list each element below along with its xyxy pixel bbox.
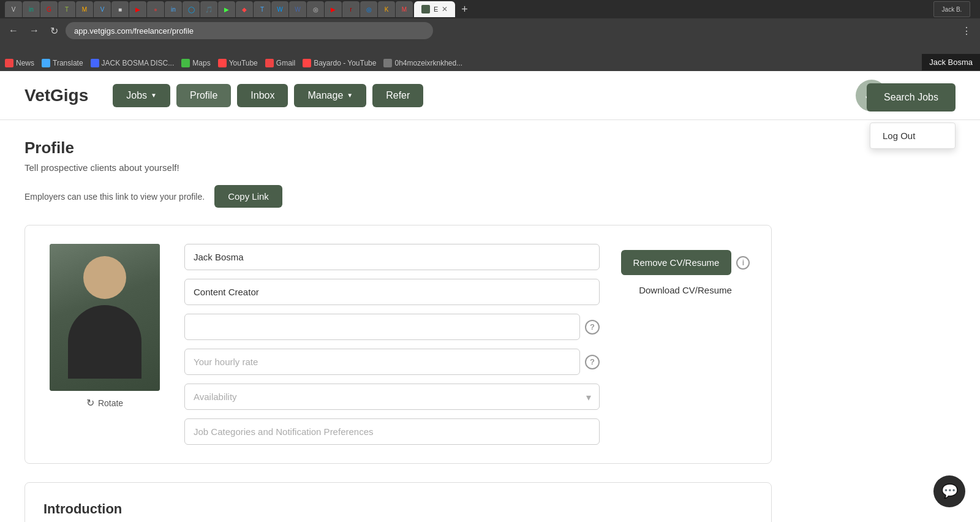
profile-fields: ? ? Availability ▾: [184, 244, 600, 445]
page-title: Profile: [24, 138, 772, 157]
nav-profile-button[interactable]: Profile: [176, 84, 231, 107]
availability-wrapper: Availability ▾: [184, 384, 600, 410]
chat-widget[interactable]: 💬: [933, 475, 965, 507]
nav-jobs-arrow-icon: ▼: [151, 92, 157, 99]
browser-tab-small[interactable]: W: [289, 1, 306, 17]
app-container: VetGigs Jobs ▼ Profile Inbox Manage ▼ Re…: [0, 71, 980, 522]
bookmark-maps-label: Maps: [192, 59, 210, 67]
bookmark-facebook-label: JACK BOSMA DISC...: [102, 59, 175, 67]
browser-tab-small[interactable]: M: [76, 1, 93, 17]
browser-toolbar: ← → ↻ ⋮: [0, 18, 980, 43]
bookmark-other-label: 0h4mozeixrknkhed...: [394, 59, 462, 67]
browser-tab-small[interactable]: G: [40, 1, 58, 17]
nav-jobs-button[interactable]: Jobs ▼: [113, 84, 170, 107]
bookmark-maps[interactable]: Maps: [181, 59, 210, 67]
chat-icon: 💬: [941, 483, 958, 499]
browser-tab-small[interactable]: V: [5, 1, 22, 17]
bookmark-gmail-label: Gmail: [276, 59, 295, 67]
bookmark-news[interactable]: News: [5, 59, 34, 67]
hourly-rate-row: ?: [184, 349, 600, 375]
bookmark-other[interactable]: 0h4mozeixrknkhed...: [383, 59, 462, 67]
introduction-title: Introduction: [43, 501, 753, 517]
browser-tab-small[interactable]: ▶: [129, 1, 146, 17]
logout-button[interactable]: Log Out: [870, 123, 955, 148]
cv-button-row: Remove CV/Resume i: [621, 250, 750, 275]
profile-photo: [50, 244, 160, 391]
nav-inbox-button[interactable]: Inbox: [237, 84, 288, 107]
browser-tab-small[interactable]: in: [165, 1, 182, 17]
jack-bosma-tooltip: Jack Bosma: [922, 54, 980, 70]
nav-manage-button[interactable]: Manage ▼: [294, 84, 366, 107]
download-cv-link[interactable]: Download CV/Resume: [639, 285, 732, 295]
cv-info-icon[interactable]: i: [736, 256, 750, 270]
bookmark-bayardo-label: Bayardo - YouTube: [314, 59, 376, 67]
bookmark-bayardo[interactable]: Bayardo - YouTube: [303, 59, 376, 67]
browser-tab-small[interactable]: ▶: [218, 1, 235, 17]
field3-row: ?: [184, 314, 600, 340]
rotate-button[interactable]: ↻ Rotate: [86, 397, 123, 409]
copy-link-button[interactable]: Copy Link: [214, 185, 282, 208]
hourly-rate-help-icon[interactable]: ?: [585, 355, 600, 369]
nav-refer-label: Refer: [386, 90, 410, 101]
copy-link-text: Employers can use this link to view your…: [24, 192, 205, 202]
tab-close-icon[interactable]: ✕: [442, 5, 448, 13]
new-tab-button[interactable]: +: [456, 2, 473, 17]
browser-tab-small[interactable]: 🎵: [200, 1, 217, 17]
browser-tab-small[interactable]: T: [58, 1, 75, 17]
title-field[interactable]: [184, 279, 600, 305]
browser-tab-small[interactable]: ◎: [307, 1, 324, 17]
bookmark-gmail[interactable]: Gmail: [265, 59, 295, 67]
browser-tab-small[interactable]: ■: [111, 1, 129, 17]
field3-input[interactable]: [184, 314, 580, 340]
browser-tabs: V in G T M V ■ ▶ ● in ◯ 🎵 ▶ ◆ T W W ◎ ▶ …: [0, 0, 980, 18]
browser-tab-small[interactable]: V: [94, 1, 111, 17]
browser-tab-small[interactable]: ◆: [236, 1, 253, 17]
nav-manage-arrow-icon: ▼: [347, 92, 353, 99]
job-categories-input[interactable]: [184, 418, 600, 445]
bookmark-news-label: News: [16, 59, 34, 67]
browser-tab-small[interactable]: T: [254, 1, 271, 17]
address-bar[interactable]: [66, 22, 433, 39]
bookmark-translate-label: Translate: [53, 59, 83, 67]
profile-card: ↻ Rotate ? ? Availability: [24, 225, 772, 464]
nav-manage-label: Manage: [307, 90, 343, 101]
profile-thumbnail: Jack B.: [929, 0, 975, 18]
name-field[interactable]: [184, 244, 600, 270]
back-button[interactable]: ←: [5, 23, 22, 39]
bookmark-youtube-label: YouTube: [229, 59, 258, 67]
introduction-section: Introduction: [24, 482, 772, 522]
browser-tab-small[interactable]: ●: [147, 1, 164, 17]
page-content: Search Jobs Profile Tell prospective cli…: [0, 120, 796, 522]
profile-cv-section: Remove CV/Resume i Download CV/Resume: [618, 244, 753, 295]
extensions-button[interactable]: ⋮: [958, 23, 975, 39]
copy-link-row: Employers can use this link to view your…: [24, 185, 772, 208]
bookmark-translate[interactable]: Translate: [42, 59, 83, 67]
field3-help-icon[interactable]: ?: [585, 320, 600, 335]
jack-bosma-tooltip-text: Jack Bosma: [929, 58, 973, 67]
browser-tab-small[interactable]: M: [396, 1, 413, 17]
browser-chrome: V in G T M V ■ ▶ ● in ◯ 🎵 ▶ ◆ T W W ◎ ▶ …: [0, 0, 980, 55]
browser-tab-small[interactable]: r: [342, 1, 360, 17]
browser-tab-small[interactable]: W: [271, 1, 288, 17]
remove-cv-button[interactable]: Remove CV/Resume: [621, 250, 732, 275]
browser-tab-small[interactable]: ▶: [325, 1, 342, 17]
app-logo[interactable]: VetGigs: [24, 86, 88, 105]
browser-tab-small[interactable]: ◯: [183, 1, 200, 17]
nav-refer-button[interactable]: Refer: [372, 84, 423, 107]
app-header: VetGigs Jobs ▼ Profile Inbox Manage ▼ Re…: [0, 71, 980, 120]
browser-tab-small[interactable]: in: [23, 1, 40, 17]
browser-active-tab[interactable]: E ✕: [414, 1, 455, 17]
bookmark-youtube[interactable]: YouTube: [218, 59, 258, 67]
browser-tab-small[interactable]: ◎: [360, 1, 377, 17]
nav-jobs-label: Jobs: [126, 90, 147, 101]
user-dropdown: Log Out: [870, 123, 956, 149]
hourly-rate-input[interactable]: [184, 349, 580, 375]
rotate-label: Rotate: [98, 398, 123, 408]
rotate-icon: ↻: [86, 397, 94, 409]
forward-button[interactable]: →: [26, 23, 43, 39]
bookmark-facebook[interactable]: JACK BOSMA DISC...: [91, 59, 175, 67]
search-jobs-button[interactable]: Search Jobs: [867, 83, 956, 112]
refresh-button[interactable]: ↻: [47, 23, 62, 39]
browser-tab-small[interactable]: K: [378, 1, 395, 17]
availability-select[interactable]: Availability: [184, 384, 600, 410]
